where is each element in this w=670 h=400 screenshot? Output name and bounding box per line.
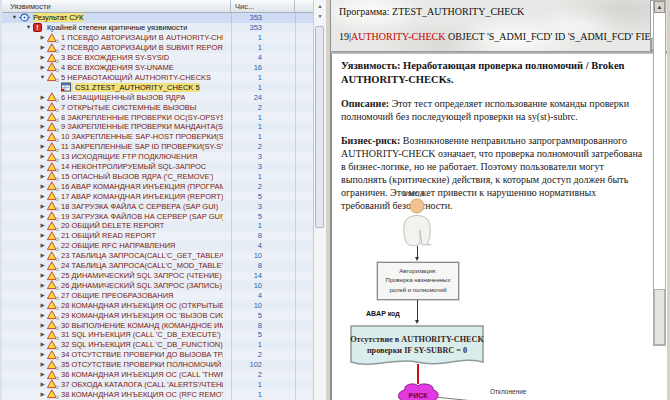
expand-arrow-icon[interactable]: ▶: [38, 132, 47, 141]
expand-arrow-icon[interactable]: ▶: [38, 212, 47, 221]
tree-row[interactable]: ▶2 ПСЕВДО АВТОРИЗАЦИИ В SUBMIT REPORT1: [2, 43, 313, 53]
tree-item-label[interactable]: 17 ABAP КОМАНДНАЯ ИНЪЕКЦИЯ (REPORT): [61, 192, 223, 201]
tree-row[interactable]: ▶20 ОБЩИЙ DELETE REPORT1: [2, 221, 313, 231]
tree-row[interactable]: ▶28 КОМАНДНАЯ ИНЪЕКЦИЯ ОС (ОТКРЫТЫЕ ДАНН…: [2, 300, 313, 310]
tree-item-label[interactable]: 23 ТАБЛИЦА ЗАПРОСА(CALL'C_GET_TABLE/ЧТЕН…: [61, 251, 223, 260]
expand-arrow-icon[interactable]: ▶: [38, 33, 47, 42]
tree-row[interactable]: ▶32 SQL ИНЪЕКЦИЯ (CALL 'C_DB_FUNCTION)1: [2, 340, 313, 350]
expand-arrow-icon[interactable]: ▶: [38, 321, 47, 330]
tree-row[interactable]: ▼Результат СУК353: [2, 13, 313, 23]
tree-item-label[interactable]: 13 ИСХОДЯЩИЕ FTP ПОДКЛЮЧЕНИЯ: [61, 152, 197, 161]
tree-item-label[interactable]: 7 ОТКРЫТЫЕ СИСТЕМНЫЕ ВЫЗОВЫ: [61, 103, 197, 112]
expand-arrow-icon[interactable]: ▶: [38, 281, 47, 290]
expand-arrow-icon[interactable]: ▶: [38, 221, 47, 230]
expand-arrow-icon[interactable]: ▶: [38, 340, 47, 349]
tree-row[interactable]: ▶15 ОПАСНЫЙ ВЫЗОВ ЯДРА ('C_REMOVE')1: [2, 172, 313, 182]
tree-row[interactable]: ▶1 ПСЕВДО АВТОРИЗАЦИИ В AUTHORITY-CHECK1: [2, 33, 313, 43]
tree-item-label[interactable]: 9 ЗАКРЕПЛЕННЫЕ ПРОВЕРКИ МАНДАНТА(SY-MAND…: [61, 122, 223, 131]
tree-row[interactable]: ▶38 КОМАНДНАЯ ИНЪЕКЦИЯ ОС (RFC REMOTE EX…: [2, 389, 313, 399]
tree-row[interactable]: ▶17 ABAP КОМАНДНАЯ ИНЪЕКЦИЯ (REPORT)5: [2, 191, 313, 201]
tree-item-label[interactable]: CS1 ZTEST_AUTHORITY_CHECK 5: [75, 83, 200, 92]
tree-row[interactable]: ▶14 НЕКОНТРОЛИРУЕМЫЙ SQL-ЗАПРОС3: [2, 162, 313, 172]
tree-item-label[interactable]: 11 ЗАКРЕПЛЕННЫЕ SAP ID ПРОВЕРКИ(SY-SYSID…: [61, 142, 223, 151]
tree-row[interactable]: ▶10 ЗАКРЕПЛЕННЫЕ SAP-HOST ПРОВЕРКИ(SY-HO…: [2, 132, 313, 142]
expand-arrow-icon[interactable]: ▶: [38, 261, 47, 270]
expand-arrow-icon[interactable]: ▶: [38, 103, 47, 112]
tree-row[interactable]: ▼!Крайней степени критичные уязвимости35…: [2, 23, 313, 33]
tree-row[interactable]: ▶19 ЗАГРУЗКА ФАЙЛОВ НА СЕРВЕР (SAP GUI)5: [2, 211, 313, 221]
tree-item-label[interactable]: 4 ВСЕ ВХОЖДЕНИЯ SY-UNAME: [61, 63, 174, 72]
tree-item-label[interactable]: 30 ВЫПОЛНЕНИЕ КОМАНД (КОМАНДНОЕ ИМЯ): [61, 321, 223, 330]
tree-item-label[interactable]: 24 ТАБЛИЦА ЗАПРОСА(CALL'C_MOD_TABLE'ЗАПИ…: [61, 261, 223, 270]
tree-item-label[interactable]: 38 КОМАНДНАЯ ИНЪЕКЦИЯ ОС (RFC REMOTE EXE…: [61, 390, 223, 399]
expand-arrow-icon[interactable]: ▶: [38, 311, 47, 320]
expand-arrow-icon[interactable]: ▶: [38, 53, 47, 62]
tree-row[interactable]: ▶7 ОТКРЫТЫЕ СИСТЕМНЫЕ ВЫЗОВЫ2: [2, 102, 313, 112]
tree-item-label[interactable]: 10 ЗАКРЕПЛЕННЫЕ SAP-HOST ПРОВЕРКИ(SY-HOS…: [61, 132, 223, 141]
tree-item-label[interactable]: 32 SQL ИНЪЕКЦИЯ (CALL 'C_DB_FUNCTION): [61, 340, 223, 349]
expand-arrow-icon[interactable]: ▶: [38, 271, 47, 280]
tree-row[interactable]: ▶21 ОБЩИЙ READ REPORT8: [2, 231, 313, 241]
tree-item-label[interactable]: 15 ОПАСНЫЙ ВЫЗОВ ЯДРА ('C_REMOVE'): [61, 172, 213, 181]
tree-column-vulnerabilities[interactable]: Уязвимости: [2, 0, 231, 12]
tree-row[interactable]: ▶3 ВСЕ ВХОЖДЕНИЯ SY-SYSID4: [2, 53, 313, 63]
expand-arrow-icon[interactable]: ▶: [38, 63, 47, 72]
tree-item-label[interactable]: 6 НЕЗАЩИЩЕННЫЙ ВЫЗОВ ЯДРА: [61, 93, 185, 102]
expand-arrow-icon[interactable]: ▶: [38, 360, 47, 369]
tree-item-label[interactable]: 37 ОБХОДА КАТАЛОГА (CALL 'ALERTS'/ЧТЕНИЕ…: [61, 380, 223, 389]
tree-scrollbar-thumb[interactable]: [315, 26, 324, 228]
tree-item-label[interactable]: 27 ОБЩИЕ ПРЕОБРАЗОВАНИЯ: [61, 291, 174, 300]
tree-row[interactable]: ▶30 ВЫПОЛНЕНИЕ КОМАНД (КОМАНДНОЕ ИМЯ)8: [2, 320, 313, 330]
expand-arrow-icon[interactable]: ▼: [24, 23, 33, 32]
tree-row[interactable]: ▶4 ВСЕ ВХОЖДЕНИЯ SY-UNAME16: [2, 63, 313, 73]
tree-item-label[interactable]: 36 КОМАНДНАЯ ИНЪЕКЦИЯ ОС (CALL 'THWPINFO…: [61, 370, 223, 379]
expand-arrow-icon[interactable]: ▶: [38, 380, 47, 389]
expand-arrow-icon[interactable]: ▶: [38, 182, 47, 191]
tree-item-label[interactable]: Крайней степени критичные уязвимости: [47, 23, 187, 32]
tree-item-label[interactable]: 19 ЗАГРУЗКА ФАЙЛОВ НА СЕРВЕР (SAP GUI): [61, 212, 223, 221]
tree-row[interactable]: ▶36 КОМАНДНАЯ ИНЪЕКЦИЯ ОС (CALL 'THWPINF…: [2, 370, 313, 380]
tree-item-label[interactable]: 34 ОТСУТСТВИЕ ПРОВЕРКИ ДО ВЫЗОВА ТРАНЗАК…: [61, 350, 223, 359]
tree-row[interactable]: ▶16 ABAP КОМАНДНАЯ ИНЪЕКЦИЯ (ПРОГРАММА)2: [2, 181, 313, 191]
expand-arrow-icon[interactable]: ▶: [38, 113, 47, 122]
tree-row[interactable]: ▶22 ОБЩИЕ RFC НАПРАВЛЕНИЯ4: [2, 241, 313, 251]
tree-row[interactable]: ·CS1 ZTEST_AUTHORITY_CHECK 51: [2, 82, 313, 92]
tree-item-label[interactable]: 1 ПСЕВДО АВТОРИЗАЦИИ В AUTHORITY-CHECK: [61, 33, 223, 42]
expand-arrow-icon[interactable]: ▶: [38, 202, 47, 211]
expand-arrow-icon[interactable]: ▶: [38, 122, 47, 131]
tree-row[interactable]: ▶37 ОБХОДА КАТАЛОГА (CALL 'ALERTS'/ЧТЕНИ…: [2, 380, 313, 390]
tree-item-label[interactable]: 22 ОБЩИЕ RFC НАПРАВЛЕНИЯ: [61, 241, 175, 250]
expand-arrow-icon[interactable]: ▶: [38, 231, 47, 240]
tree-item-label[interactable]: 29 КОМАНДНАЯ ИНЪЕКЦИЯ ОС 'ВЫЗОВ СИСТЕМЫ': [61, 311, 223, 320]
expand-arrow-icon[interactable]: ▼: [10, 13, 19, 22]
tree-row[interactable]: ▶29 КОМАНДНАЯ ИНЪЕКЦИЯ ОС 'ВЫЗОВ СИСТЕМЫ…: [2, 310, 313, 320]
tree-row[interactable]: ▶13 ИСХОДЯЩИЕ FTP ПОДКЛЮЧЕНИЯ3: [2, 152, 313, 162]
tree-row[interactable]: ▶35 ОТСУТСТВИЕ ПРОВЕРКИ ПОЛНОМОЧИЙ В ОТЧ…: [2, 360, 313, 370]
expand-arrow-icon[interactable]: ▶: [38, 301, 47, 310]
tree-row[interactable]: ▶26 ДИНАМИЧЕСКИЙ SQL ЗАПРОС (ЗАПИСЬ)10: [2, 280, 313, 290]
tree-row[interactable]: ▼5 НЕРАБОТАЮЩИЙ AUTHORITY-CHECKS1: [2, 72, 313, 82]
expand-arrow-icon[interactable]: ▶: [38, 43, 47, 52]
expand-arrow-icon[interactable]: ▶: [38, 172, 47, 181]
scroll-down-icon[interactable]: ▼: [314, 12, 326, 21]
tree-row[interactable]: ▶8 ЗАКРЕПЛЕННЫЕ ПРОВЕРКИ ОС(SY-OPSYS)1: [2, 112, 313, 122]
tree-row[interactable]: ▶6 НЕЗАЩИЩЕННЫЙ ВЫЗОВ ЯДРА24: [2, 92, 313, 102]
tree-item-label[interactable]: 2 ПСЕВДО АВТОРИЗАЦИИ В SUBMIT REPORT: [61, 43, 223, 52]
expand-arrow-icon[interactable]: ▶: [38, 251, 47, 260]
tree-item-label[interactable]: Результат СУК: [33, 13, 84, 22]
expand-arrow-icon[interactable]: ▶: [38, 93, 47, 102]
tree-column-count[interactable]: Чис...: [231, 0, 295, 12]
expand-arrow-icon[interactable]: ▶: [38, 192, 47, 201]
tree-row[interactable]: ▶25 ДИНАМИЧЕСКИЙ SQL ЗАПРОС (ЧТЕНИЕ)14: [2, 271, 313, 281]
tree-item-label[interactable]: 21 ОБЩИЙ READ REPORT: [61, 231, 156, 240]
tree-item-label[interactable]: 5 НЕРАБОТАЮЩИЙ AUTHORITY-CHECKS: [61, 73, 211, 82]
tree-item-label[interactable]: 3 ВСЕ ВХОЖДЕНИЯ SY-SYSID: [61, 53, 169, 62]
tree-row[interactable]: ▶34 ОТСУТСТВИЕ ПРОВЕРКИ ДО ВЫЗОВА ТРАНЗА…: [2, 350, 313, 360]
expand-arrow-icon[interactable]: ▶: [38, 370, 47, 379]
tree-item-label[interactable]: 26 ДИНАМИЧЕСКИЙ SQL ЗАПРОС (ЗАПИСЬ): [61, 281, 222, 290]
tree-item-label[interactable]: 20 ОБЩИЙ DELETE REPORT: [61, 221, 164, 230]
doc-scrollbar-thumb[interactable]: [654, 289, 665, 345]
scroll-up-icon[interactable]: ▲: [314, 2, 326, 11]
expand-arrow-icon[interactable]: ▶: [38, 241, 47, 250]
tree-row[interactable]: ▶11 ЗАКРЕПЛЕННЫЕ SAP ID ПРОВЕРКИ(SY-SYSI…: [2, 142, 313, 152]
